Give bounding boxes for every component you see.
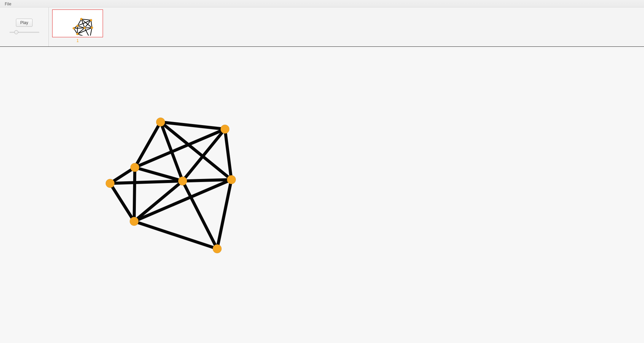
graph-canvas[interactable] <box>0 47 644 343</box>
canvas-area[interactable] <box>0 47 644 343</box>
graph-node[interactable] <box>178 177 187 185</box>
graph-node[interactable] <box>213 244 222 253</box>
graph-node[interactable] <box>156 118 165 126</box>
graph-edge <box>217 180 231 249</box>
graph-edge <box>74 28 85 28</box>
menu-bar: File <box>0 0 644 7</box>
graph-edge <box>135 167 183 181</box>
slider-thumb[interactable] <box>14 30 18 34</box>
graph-edge <box>134 180 231 221</box>
play-button[interactable]: Play <box>16 19 33 27</box>
graph-edge <box>134 167 135 221</box>
graph-edge <box>134 181 183 221</box>
thumbnails-panel: 1 <box>49 7 106 46</box>
graph-node[interactable] <box>73 27 75 29</box>
graph-edge <box>77 28 84 34</box>
graph-node[interactable] <box>77 25 79 27</box>
thumbnail-index: 1 <box>77 38 79 43</box>
graph-node[interactable] <box>84 27 86 29</box>
graph-node[interactable] <box>227 175 236 184</box>
toolbar-row: Play 1 <box>0 7 644 47</box>
graph-node[interactable] <box>130 163 139 172</box>
playback-slider[interactable] <box>7 29 41 36</box>
graph-node[interactable] <box>130 217 139 226</box>
graph-node[interactable] <box>106 179 115 188</box>
thumbnail-graph-icon <box>54 11 101 36</box>
menu-file[interactable]: File <box>3 1 13 7</box>
thumbnail-item[interactable]: 1 <box>52 9 103 44</box>
graph-node[interactable] <box>80 18 82 20</box>
slider-track-line <box>9 32 39 33</box>
graph-edge <box>225 129 231 180</box>
graph-node[interactable] <box>90 19 92 21</box>
graph-edges <box>110 122 231 249</box>
graph-edge <box>183 180 231 181</box>
controls-panel: Play <box>0 7 49 46</box>
graph-node[interactable] <box>221 125 229 134</box>
thumbnail-frame <box>52 9 103 37</box>
graph-edge <box>110 183 134 221</box>
graph-node[interactable] <box>91 27 93 29</box>
graph-node[interactable] <box>76 33 78 35</box>
graph-edge <box>110 181 183 183</box>
